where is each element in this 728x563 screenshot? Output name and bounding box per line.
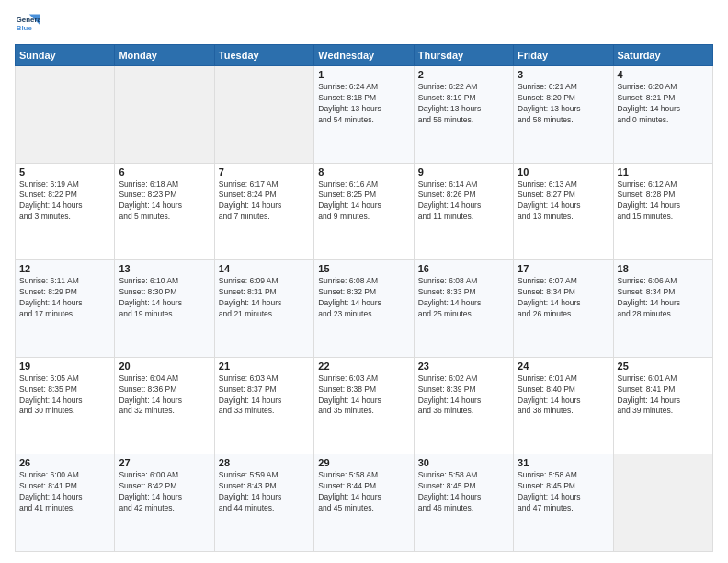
calendar-cell: 11Sunrise: 6:12 AM Sunset: 8:28 PM Dayli… xyxy=(613,163,712,260)
calendar-week-row: 12Sunrise: 6:11 AM Sunset: 8:29 PM Dayli… xyxy=(16,260,713,358)
calendar-cell: 5Sunrise: 6:19 AM Sunset: 8:22 PM Daylig… xyxy=(16,163,115,260)
weekday-header-tuesday: Tuesday xyxy=(214,45,313,66)
weekday-header-thursday: Thursday xyxy=(414,45,513,66)
day-info: Sunrise: 6:07 AM Sunset: 8:34 PM Dayligh… xyxy=(518,276,609,320)
day-number: 30 xyxy=(418,457,509,468)
day-info: Sunrise: 6:19 AM Sunset: 8:22 PM Dayligh… xyxy=(19,179,110,224)
day-info: Sunrise: 6:00 AM Sunset: 8:42 PM Dayligh… xyxy=(119,470,210,514)
day-number: 13 xyxy=(119,263,210,274)
calendar-cell: 23Sunrise: 6:02 AM Sunset: 8:39 PM Dayli… xyxy=(414,357,513,454)
day-info: Sunrise: 6:13 AM Sunset: 8:27 PM Dayligh… xyxy=(518,179,609,224)
calendar-cell: 1Sunrise: 6:24 AM Sunset: 8:18 PM Daylig… xyxy=(314,66,414,164)
calendar-cell: 19Sunrise: 6:05 AM Sunset: 8:35 PM Dayli… xyxy=(16,357,115,454)
calendar-cell: 25Sunrise: 6:01 AM Sunset: 8:41 PM Dayli… xyxy=(613,357,712,454)
day-info: Sunrise: 5:58 AM Sunset: 8:44 PM Dayligh… xyxy=(318,470,409,514)
page: General Blue SundayMondayTuesdayWednesda… xyxy=(0,0,728,563)
calendar-week-row: 19Sunrise: 6:05 AM Sunset: 8:35 PM Dayli… xyxy=(16,357,713,454)
calendar-cell: 8Sunrise: 6:16 AM Sunset: 8:25 PM Daylig… xyxy=(314,163,414,260)
calendar-cell: 29Sunrise: 5:58 AM Sunset: 8:44 PM Dayli… xyxy=(314,454,414,552)
day-number: 21 xyxy=(219,361,310,372)
header: General Blue xyxy=(15,11,713,37)
day-info: Sunrise: 6:16 AM Sunset: 8:25 PM Dayligh… xyxy=(318,179,409,224)
calendar-cell: 6Sunrise: 6:18 AM Sunset: 8:23 PM Daylig… xyxy=(115,163,214,260)
day-number: 7 xyxy=(219,167,310,178)
day-number: 14 xyxy=(219,263,310,274)
day-number: 22 xyxy=(318,361,409,372)
day-number: 8 xyxy=(318,167,409,178)
calendar-cell: 15Sunrise: 6:08 AM Sunset: 8:32 PM Dayli… xyxy=(314,260,414,358)
calendar-cell xyxy=(16,66,115,164)
day-info: Sunrise: 6:08 AM Sunset: 8:32 PM Dayligh… xyxy=(318,276,409,320)
svg-text:General: General xyxy=(17,16,40,24)
day-number: 16 xyxy=(418,263,509,274)
day-info: Sunrise: 6:03 AM Sunset: 8:37 PM Dayligh… xyxy=(219,373,310,418)
calendar-week-row: 5Sunrise: 6:19 AM Sunset: 8:22 PM Daylig… xyxy=(16,163,713,260)
day-info: Sunrise: 6:20 AM Sunset: 8:21 PM Dayligh… xyxy=(618,82,709,126)
weekday-header-saturday: Saturday xyxy=(613,45,712,66)
calendar-cell: 20Sunrise: 6:04 AM Sunset: 8:36 PM Dayli… xyxy=(115,357,214,454)
calendar-table: SundayMondayTuesdayWednesdayThursdayFrid… xyxy=(15,44,713,552)
calendar-cell: 2Sunrise: 6:22 AM Sunset: 8:19 PM Daylig… xyxy=(414,66,513,164)
day-info: Sunrise: 6:06 AM Sunset: 8:34 PM Dayligh… xyxy=(618,276,709,320)
day-number: 29 xyxy=(318,457,409,468)
day-info: Sunrise: 6:01 AM Sunset: 8:40 PM Dayligh… xyxy=(518,373,609,418)
calendar-cell: 26Sunrise: 6:00 AM Sunset: 8:41 PM Dayli… xyxy=(16,454,115,552)
calendar-week-row: 26Sunrise: 6:00 AM Sunset: 8:41 PM Dayli… xyxy=(16,454,713,552)
calendar-cell: 28Sunrise: 5:59 AM Sunset: 8:43 PM Dayli… xyxy=(214,454,313,552)
day-info: Sunrise: 6:04 AM Sunset: 8:36 PM Dayligh… xyxy=(119,373,210,418)
weekday-header-wednesday: Wednesday xyxy=(314,45,414,66)
weekday-header-monday: Monday xyxy=(115,45,214,66)
day-info: Sunrise: 6:22 AM Sunset: 8:19 PM Dayligh… xyxy=(418,82,509,126)
calendar-cell: 24Sunrise: 6:01 AM Sunset: 8:40 PM Dayli… xyxy=(514,357,613,454)
calendar-cell: 4Sunrise: 6:20 AM Sunset: 8:21 PM Daylig… xyxy=(613,66,712,164)
calendar-cell: 31Sunrise: 5:58 AM Sunset: 8:45 PM Dayli… xyxy=(514,454,613,552)
svg-text:Blue: Blue xyxy=(17,24,33,32)
calendar-cell xyxy=(214,66,313,164)
day-number: 23 xyxy=(418,361,509,372)
day-info: Sunrise: 6:00 AM Sunset: 8:41 PM Dayligh… xyxy=(19,470,110,514)
day-number: 3 xyxy=(518,69,609,80)
day-info: Sunrise: 6:09 AM Sunset: 8:31 PM Dayligh… xyxy=(219,276,310,320)
day-number: 20 xyxy=(119,361,210,372)
calendar-cell: 16Sunrise: 6:08 AM Sunset: 8:33 PM Dayli… xyxy=(414,260,513,358)
day-info: Sunrise: 6:10 AM Sunset: 8:30 PM Dayligh… xyxy=(119,276,210,320)
day-number: 10 xyxy=(518,167,609,178)
day-info: Sunrise: 6:08 AM Sunset: 8:33 PM Dayligh… xyxy=(418,276,509,320)
day-number: 24 xyxy=(518,361,609,372)
day-info: Sunrise: 6:03 AM Sunset: 8:38 PM Dayligh… xyxy=(318,373,409,418)
calendar-cell: 30Sunrise: 5:58 AM Sunset: 8:45 PM Dayli… xyxy=(414,454,513,552)
weekday-header-friday: Friday xyxy=(514,45,613,66)
day-number: 11 xyxy=(618,167,709,178)
day-info: Sunrise: 6:11 AM Sunset: 8:29 PM Dayligh… xyxy=(19,276,110,320)
calendar-cell: 9Sunrise: 6:14 AM Sunset: 8:26 PM Daylig… xyxy=(414,163,513,260)
day-number: 31 xyxy=(518,457,609,468)
day-number: 25 xyxy=(618,361,709,372)
day-number: 28 xyxy=(219,457,310,468)
calendar-cell: 13Sunrise: 6:10 AM Sunset: 8:30 PM Dayli… xyxy=(115,260,214,358)
day-info: Sunrise: 6:12 AM Sunset: 8:28 PM Dayligh… xyxy=(618,179,709,224)
calendar-cell: 12Sunrise: 6:11 AM Sunset: 8:29 PM Dayli… xyxy=(16,260,115,358)
calendar-cell: 18Sunrise: 6:06 AM Sunset: 8:34 PM Dayli… xyxy=(613,260,712,358)
day-info: Sunrise: 6:17 AM Sunset: 8:24 PM Dayligh… xyxy=(219,179,310,224)
day-number: 4 xyxy=(618,69,709,80)
calendar-week-row: 1Sunrise: 6:24 AM Sunset: 8:18 PM Daylig… xyxy=(16,66,713,164)
day-number: 17 xyxy=(518,263,609,274)
day-number: 1 xyxy=(318,69,409,80)
day-number: 5 xyxy=(19,167,110,178)
day-info: Sunrise: 6:01 AM Sunset: 8:41 PM Dayligh… xyxy=(618,373,709,418)
day-number: 18 xyxy=(618,263,709,274)
calendar-cell xyxy=(115,66,214,164)
day-number: 6 xyxy=(119,167,210,178)
calendar-cell: 10Sunrise: 6:13 AM Sunset: 8:27 PM Dayli… xyxy=(514,163,613,260)
day-info: Sunrise: 6:05 AM Sunset: 8:35 PM Dayligh… xyxy=(19,373,110,418)
day-info: Sunrise: 5:58 AM Sunset: 8:45 PM Dayligh… xyxy=(418,470,509,514)
calendar-cell xyxy=(613,454,712,552)
day-info: Sunrise: 6:18 AM Sunset: 8:23 PM Dayligh… xyxy=(119,179,210,224)
logo-icon: General Blue xyxy=(15,11,40,37)
day-info: Sunrise: 5:58 AM Sunset: 8:45 PM Dayligh… xyxy=(518,470,609,514)
day-number: 27 xyxy=(119,457,210,468)
day-number: 19 xyxy=(19,361,110,372)
calendar-cell: 3Sunrise: 6:21 AM Sunset: 8:20 PM Daylig… xyxy=(514,66,613,164)
day-info: Sunrise: 5:59 AM Sunset: 8:43 PM Dayligh… xyxy=(219,470,310,514)
calendar-cell: 22Sunrise: 6:03 AM Sunset: 8:38 PM Dayli… xyxy=(314,357,414,454)
